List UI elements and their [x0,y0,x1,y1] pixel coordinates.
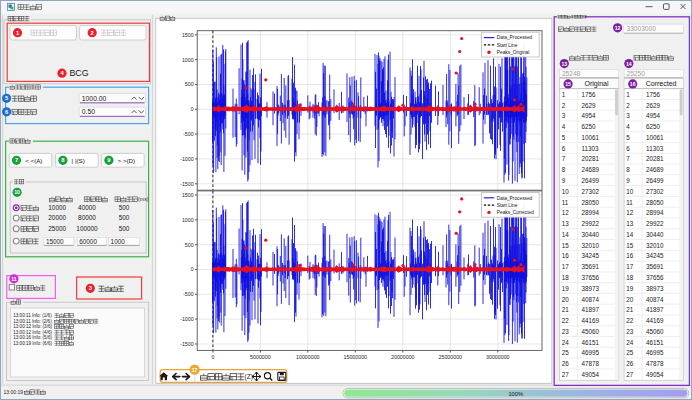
svg-text:45060: 45060 [646,328,664,335]
svg-text:1: 1 [626,91,630,98]
svg-text:6250: 6250 [646,123,661,130]
svg-text:10000000: 10000000 [296,354,320,360]
svg-text:11: 11 [11,276,17,282]
svg-text:2: 2 [626,102,630,109]
svg-text:30440: 30440 [582,231,600,238]
svg-text:4954: 4954 [582,112,597,119]
svg-text:15: 15 [562,242,570,249]
svg-text:47878: 47878 [582,360,600,367]
svg-text:44169: 44169 [646,317,664,324]
svg-text:1500: 1500 [182,192,194,198]
svg-text:19: 19 [626,285,634,292]
svg-text:2: 2 [91,30,94,36]
svg-text:37656: 37656 [646,274,664,281]
svg-text:40874: 40874 [582,296,600,303]
svg-text:28994: 28994 [582,209,600,216]
svg-text:17: 17 [626,263,634,270]
svg-text:21: 21 [626,306,634,313]
svg-text:11303: 11303 [582,145,600,152]
svg-text:45060: 45060 [582,328,600,335]
svg-text:3: 3 [562,112,566,119]
svg-text:10: 10 [562,188,570,195]
svg-text:46151: 46151 [582,339,600,346]
svg-text:10: 10 [626,188,634,195]
svg-text:BCG: BCG [70,68,89,78]
svg-text:11: 11 [562,199,569,206]
svg-text:27302: 27302 [582,188,600,195]
svg-text:21: 21 [562,306,570,313]
svg-text:32010: 32010 [582,242,600,249]
svg-text:0: 0 [191,106,194,112]
svg-text:80000: 80000 [78,214,96,221]
svg-text:5000000: 5000000 [250,354,271,360]
svg-text:2: 2 [562,102,566,109]
svg-text:-1500: -1500 [180,181,194,187]
svg-text:7: 7 [15,157,18,163]
svg-text:10: 10 [14,189,20,195]
svg-text:13:00:19: 13:00:19 [4,389,24,395]
svg-text:29922: 29922 [646,220,664,227]
svg-text:38973: 38973 [646,285,664,292]
svg-text:20281: 20281 [646,155,664,162]
svg-text:500: 500 [185,242,194,248]
svg-text:46151: 46151 [646,339,664,346]
svg-text:1000: 1000 [182,57,194,63]
svg-text:20: 20 [626,296,634,303]
svg-text:6250: 6250 [582,123,597,130]
svg-text:20000: 20000 [48,214,66,221]
svg-text:6: 6 [562,145,566,152]
svg-text:14: 14 [562,231,570,238]
svg-text:40874: 40874 [646,296,664,303]
svg-text:10061: 10061 [646,134,664,141]
svg-text:500: 500 [119,214,130,221]
svg-text:12: 12 [562,209,570,216]
svg-text:Corrected: Corrected [646,80,677,87]
svg-text:46995: 46995 [582,349,600,356]
svg-text:28994: 28994 [646,209,664,216]
svg-text:24: 24 [626,339,634,346]
svg-text:500: 500 [119,204,130,211]
svg-text:Peaks_Original: Peaks_Original [497,50,530,55]
svg-text:25: 25 [562,349,570,356]
svg-text:-500: -500 [183,131,194,137]
svg-text:25250: 25250 [627,70,646,77]
svg-text:Peaks_Corrected: Peaks_Corrected [497,210,534,215]
svg-text:15000: 15000 [46,238,64,245]
svg-text:7: 7 [626,155,630,162]
svg-text:46995: 46995 [646,349,664,356]
svg-text:15: 15 [565,81,571,87]
svg-text:27302: 27302 [646,188,664,195]
svg-text:14: 14 [626,231,634,238]
svg-text:22: 22 [626,317,634,324]
svg-text:35691: 35691 [582,263,600,270]
svg-text:Start Line: Start Line [497,43,518,48]
svg-text:60000: 60000 [79,238,97,245]
svg-text:9: 9 [626,177,630,184]
svg-text:13:00:19 Info: (6/6): 13:00:19 Info: (6/6) [13,341,52,346]
svg-text:0: 0 [211,354,214,360]
svg-text:11303: 11303 [646,145,664,152]
svg-text:(Z): (Z) [245,373,253,381]
svg-text:100000: 100000 [76,225,98,232]
svg-text:23: 23 [626,328,634,335]
svg-text:(ms): (ms) [138,196,149,202]
svg-text:26499: 26499 [582,177,600,184]
svg-text:13:00:11 Info: (2/6): 13:00:11 Info: (2/6) [13,319,52,324]
svg-text:1756: 1756 [646,91,661,98]
svg-text:16: 16 [626,252,634,259]
svg-text:Start Line: Start Line [497,203,518,208]
svg-text:12: 12 [626,209,634,216]
svg-text:3: 3 [626,112,630,119]
svg-text:13:00:11 Info: (1/6): 13:00:11 Info: (1/6) [13,313,52,318]
svg-text:13: 13 [561,61,567,67]
svg-text:10000: 10000 [48,204,66,211]
svg-text:16: 16 [562,252,570,259]
svg-text:10061: 10061 [582,134,600,141]
svg-text:26: 26 [562,360,570,367]
svg-text:Data_Processed: Data_Processed [497,35,533,40]
svg-text:41897: 41897 [646,306,664,313]
svg-text:22: 22 [562,317,570,324]
svg-text:9: 9 [562,177,566,184]
svg-text:25000000: 25000000 [439,354,463,360]
svg-text:24: 24 [562,339,570,346]
